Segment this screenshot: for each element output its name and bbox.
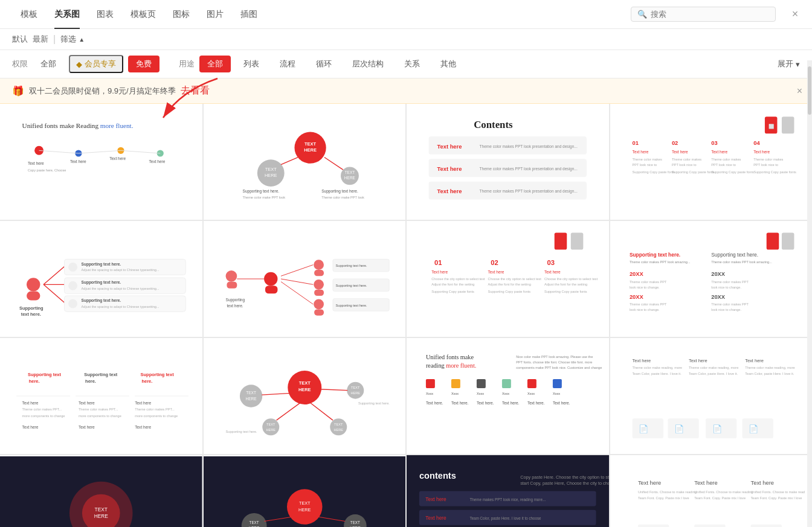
svg-rect-129 [781,232,794,249]
svg-text:Text here: Text here [425,496,446,502]
svg-text:here.: here. [85,378,96,384]
list-btn[interactable]: 列表 [236,56,267,72]
card-content-2: TEXT HERE TEXT HERE TEXT HERE [204,104,406,220]
svg-rect-196 [426,379,435,388]
template-card-16[interactable]: Text here Text here Text here Unified Fo… [610,455,813,527]
promo-icon: 🎁 [12,85,24,97]
svg-rect-272 [637,525,668,527]
svg-text:reading more fluent.: reading more fluent. [426,362,476,369]
template-card-8[interactable]: Supporting text here. Theme color makes … [610,221,813,337]
close-button[interactable]: × [788,7,802,22]
free-btn[interactable]: 免费 [128,56,160,72]
svg-text:Team Font. Copy. Paste mix I l: Team Font. Copy. Paste mix I love [694,496,746,500]
svg-text:Theme color make PPT look: Theme color make PPT look [321,196,364,199]
scrollbar-track[interactable] [807,60,812,527]
svg-rect-201 [553,379,562,388]
nav-chart[interactable]: 图表 [88,0,122,29]
svg-text:TEXT: TEXT [95,506,108,513]
template-card-2[interactable]: TEXT HERE TEXT HERE TEXT HERE [204,104,406,220]
svg-text:Theme color makes PPT: Theme color makes PPT [711,302,749,306]
template-card-7[interactable]: 01 02 03 Text here Text here Text here C… [407,221,609,337]
nav-insert[interactable]: 插图 [232,0,266,29]
latest-label[interactable]: 最新 [33,34,48,45]
svg-text:Unified Fonts. Choose to make : Unified Fonts. Choose to make reading [637,490,696,494]
svg-text:Adjust the font for the settin: Adjust the font for the setting [488,283,531,286]
nav-template[interactable]: 模板 [12,0,46,29]
expand-button[interactable]: 展开 ▾ [778,59,800,69]
nav-relation[interactable]: 关系图 [46,0,88,29]
svg-text:Contents: Contents [474,119,513,130]
svg-point-83 [68,299,77,308]
all-usage-btn[interactable]: 全部 [199,56,231,72]
flow-btn[interactable]: 流程 [272,56,303,72]
template-card-10[interactable]: TEXT HERE TEXT HERE TEXT HERE TEXT HER [204,338,406,454]
cycle-btn[interactable]: 循环 [308,56,340,72]
template-card-5[interactable]: Supporting text here. Supporting text he… [0,221,202,337]
template-card-9[interactable]: Supporting text here. Supporting text he… [0,338,202,454]
svg-text:TEXT: TEXT [298,500,310,506]
nav-template-page[interactable]: 模板页 [122,0,164,29]
promo-link[interactable]: 去看看 [181,85,210,97]
svg-text:contents: contents [419,471,456,481]
card-content-5: Supporting text here. Supporting text he… [0,221,202,337]
nav-icon[interactable]: 图标 [164,0,198,29]
svg-text:Text here: Text here [425,515,446,521]
svg-text:Xxxx: Xxxx [502,392,509,395]
svg-text:Unified Fonts. Choose to make : Unified Fonts. Choose to make reading [694,490,753,494]
svg-rect-200 [527,379,536,388]
svg-text:more components to change: more components to change [79,414,121,418]
svg-text:Text here: Text here [753,150,770,154]
svg-text:PPT fonts. choose title font. : PPT fonts. choose title font. Choose tit… [516,360,592,364]
other-btn[interactable]: 其他 [433,56,464,72]
template-card-15[interactable]: contents Copy paste Here. Choose the cit… [407,455,609,527]
hierarchy-btn[interactable]: 层次结构 [344,56,392,72]
template-card-11[interactable]: Unified fonts make reading more fluent. … [407,338,609,454]
svg-point-87 [225,270,237,282]
template-card-4[interactable]: ⬜ 01 02 03 04 Text here Text here Text h… [610,104,813,220]
svg-text:Theme color makes: Theme color makes [632,158,662,161]
sort-filter[interactable]: 筛选 ▲ [60,34,85,45]
svg-text:TEXT: TEXT [334,423,343,426]
template-card-6[interactable]: Supporting text here. Supporting text he… [204,221,406,337]
preview-svg-6: Supporting text here. Supporting text he… [211,228,399,330]
svg-text:PPT look nice to: PPT look nice to [753,163,778,167]
template-card-3[interactable]: Contents Text here Theme color makes PPT… [407,104,609,220]
svg-text:here.: here. [29,378,40,384]
svg-rect-110 [555,232,567,249]
scrollbar-thumb[interactable] [808,66,811,115]
card-content-1: Unified fonts make Reading more fluent. … [0,104,202,220]
svg-text:02: 02 [491,259,498,266]
svg-text:Text here.: Text here. [426,401,443,405]
nav-image[interactable]: 图片 [198,0,232,29]
member-btn[interactable]: ◆ 会员专享 [69,55,123,73]
svg-point-91 [314,260,324,270]
relation-btn[interactable]: 关系 [396,56,428,72]
svg-text:01: 01 [434,259,442,266]
svg-text:TEXT: TEXT [298,380,310,386]
template-card-13[interactable]: TEXT HERE [0,455,202,527]
promo-close-button[interactable]: × [797,86,802,97]
default-label[interactable]: 默认 [12,34,28,45]
svg-text:TEXT: TEXT [266,423,276,426]
svg-text:Theme color makes: Theme color makes [711,158,741,161]
template-card-1[interactable]: Unified fonts make Reading more fluent. … [0,104,202,220]
svg-text:here.: here. [141,378,152,384]
svg-text:Text here: Text here [745,358,764,363]
template-card-14[interactable]: TEXT HERE TEXT HERE TEXT HERE [204,455,406,527]
svg-text:HERE: HERE [245,397,257,401]
svg-text:more components to change: more components to change [22,414,65,418]
search-input[interactable] [651,10,759,19]
svg-text:components make PPT look nice.: components make PPT look nice. Customize… [516,366,601,369]
search-box[interactable]: 🔍 [631,7,776,22]
template-grid-wrapper[interactable]: Unified fonts make Reading more fluent. … [0,104,812,527]
all-permission-btn[interactable]: 全部 [33,56,64,72]
card-content-3: Contents Text here Theme color makes PPT… [407,104,609,220]
svg-text:Supporting text: Supporting text [28,372,62,377]
card-content-6: Supporting text here. Supporting text he… [204,221,406,337]
preview-svg-2: TEXT HERE TEXT HERE TEXT HERE [211,111,399,212]
svg-point-89 [264,272,277,286]
svg-text:Supporting Copy paste fonts: Supporting Copy paste fonts [544,290,587,293]
svg-text:Text here: Text here [688,358,707,363]
template-card-12[interactable]: Text here Text here Text here Theme colo… [610,338,813,454]
svg-text:TEXT: TEXT [351,386,360,389]
